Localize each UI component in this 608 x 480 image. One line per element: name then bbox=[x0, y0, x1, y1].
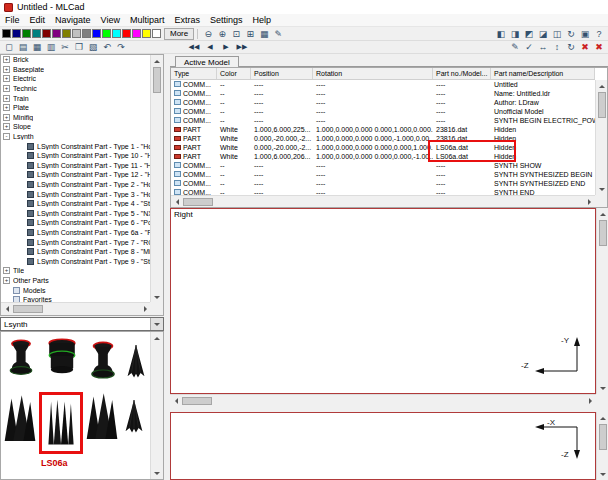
expert-table-icon[interactable]: ▦ bbox=[257, 28, 271, 40]
scroll-up-icon[interactable] bbox=[151, 332, 163, 344]
scroll-down-icon[interactable] bbox=[597, 468, 608, 480]
tree-expander-icon[interactable]: + bbox=[3, 75, 10, 82]
tree-item[interactable]: LSynth Constraint Part - Type 5 - "NXT C… bbox=[1, 209, 151, 219]
color-swatch[interactable] bbox=[142, 29, 151, 38]
tree-item[interactable]: LSynth Constraint Part - Type 11 - "HOSE… bbox=[1, 161, 151, 171]
menu-file[interactable]: File bbox=[0, 14, 25, 26]
tree-scrollbar-horizontal[interactable] bbox=[1, 302, 151, 315]
tree-item[interactable]: + Other Parts bbox=[1, 276, 151, 286]
scroll-down-icon[interactable] bbox=[151, 467, 163, 479]
tree-expander-icon[interactable]: + bbox=[3, 66, 10, 73]
part-thumbnail[interactable] bbox=[41, 336, 83, 384]
scroll-right-icon[interactable] bbox=[584, 395, 596, 407]
next-step-button[interactable]: ▶ bbox=[218, 41, 234, 53]
pane-layout-4-icon[interactable]: ◪ bbox=[536, 28, 550, 40]
color-swatch[interactable] bbox=[102, 29, 111, 38]
color-swatch[interactable] bbox=[32, 29, 41, 38]
viewport-right-canvas[interactable]: Right -Y -Z bbox=[170, 208, 596, 394]
menu-settings[interactable]: Settings bbox=[205, 14, 248, 26]
scroll-up-icon[interactable] bbox=[597, 412, 608, 424]
color-swatch[interactable] bbox=[152, 29, 161, 38]
edit-mode-icon[interactable]: ✎ bbox=[508, 41, 522, 53]
tree-expander-icon[interactable]: + bbox=[3, 95, 10, 102]
tree-item[interactable]: - Lsynth bbox=[1, 132, 151, 142]
tree-item[interactable]: LSynth Constraint Part - Type 6 - "Power… bbox=[1, 218, 151, 228]
grid-icon[interactable]: ⊞ bbox=[243, 28, 257, 40]
column-header-position[interactable]: Position bbox=[251, 68, 313, 79]
color-swatch[interactable] bbox=[52, 29, 61, 38]
open-file-icon[interactable]: ▤ bbox=[16, 41, 30, 53]
rotate-part-icon[interactable]: ↻ bbox=[564, 41, 578, 53]
column-header-color[interactable]: Color bbox=[217, 68, 251, 79]
scrollbar-thumb[interactable] bbox=[599, 220, 607, 246]
tree-item[interactable]: + Brick bbox=[1, 55, 151, 65]
scroll-up-icon[interactable] bbox=[151, 55, 163, 67]
table-row[interactable]: PART White 0.000,-20.000,-2... 1.000,0.0… bbox=[171, 143, 595, 152]
color-swatch[interactable] bbox=[2, 29, 11, 38]
menu-extras[interactable]: Extras bbox=[169, 14, 205, 26]
paste-icon[interactable]: ▧ bbox=[86, 41, 100, 53]
menu-help[interactable]: Help bbox=[247, 14, 276, 26]
menu-multipart[interactable]: Multipart bbox=[125, 14, 170, 26]
color-swatch[interactable] bbox=[92, 29, 101, 38]
scroll-up-icon[interactable] bbox=[597, 208, 608, 220]
color-swatch[interactable] bbox=[42, 29, 51, 38]
table-row[interactable]: PART White 0.000,-20.000,-2... 1.000,0.0… bbox=[171, 134, 595, 143]
tree-expander-icon[interactable]: + bbox=[3, 277, 10, 284]
view-options-icon[interactable]: ▣ bbox=[578, 28, 592, 40]
zoom-in-icon[interactable]: ⊕ bbox=[215, 28, 229, 40]
pane-layout-3-icon[interactable]: ◩ bbox=[522, 28, 536, 40]
tree-expander-icon[interactable]: - bbox=[3, 133, 10, 140]
table-row[interactable]: COMM... -- ---- ---- ---- SYNTH BEGIN EL… bbox=[171, 116, 595, 125]
color-swatch[interactable] bbox=[62, 29, 71, 38]
menu-edit[interactable]: Edit bbox=[25, 14, 51, 26]
last-step-button[interactable]: ▶▶ bbox=[234, 41, 250, 53]
scroll-up-icon[interactable] bbox=[596, 80, 608, 92]
split-view-icon[interactable]: ◫ bbox=[550, 28, 564, 40]
tree-expander-icon[interactable]: + bbox=[3, 123, 10, 130]
scrollbar-thumb[interactable] bbox=[13, 305, 43, 313]
viewport-scrollbar-vertical[interactable] bbox=[596, 412, 608, 480]
previous-step-button[interactable]: ◀ bbox=[202, 41, 218, 53]
refresh-view-icon[interactable]: ↻ bbox=[564, 28, 578, 40]
tree-expander-icon[interactable]: + bbox=[3, 85, 10, 92]
fit-view-icon[interactable]: ⊡ bbox=[229, 28, 243, 40]
tree-item[interactable]: + Electric bbox=[1, 74, 151, 84]
scrollbar-thumb[interactable] bbox=[182, 397, 212, 405]
scroll-right-icon[interactable] bbox=[583, 196, 595, 208]
part-thumbnail[interactable] bbox=[87, 338, 119, 386]
table-scrollbar-horizontal[interactable] bbox=[171, 195, 595, 207]
pane-layout-2-icon[interactable]: ◨ bbox=[508, 28, 522, 40]
tree-item[interactable]: + Technic bbox=[1, 84, 151, 94]
table-row[interactable]: PART White 1.000,6.000,206... 1.000,0.00… bbox=[171, 152, 595, 161]
color-swatch[interactable] bbox=[112, 29, 121, 38]
column-header-type[interactable]: Type bbox=[171, 68, 217, 79]
table-row[interactable]: COMM... -- ---- ---- ---- Author: LDraw bbox=[171, 98, 595, 107]
tree-item[interactable]: LSynth Constraint Part - Type 12 - "HOSE… bbox=[1, 170, 151, 180]
tree-item[interactable]: LSynth Constraint Part - Type 2 - "Hose" bbox=[1, 180, 151, 190]
tree-item[interactable]: Models bbox=[1, 285, 151, 295]
menu-view[interactable]: View bbox=[96, 14, 125, 26]
scrollbar-thumb[interactable] bbox=[153, 67, 161, 93]
table-row[interactable]: COMM... -- ---- ---- ---- Untitled bbox=[171, 80, 595, 89]
part-thumbnail[interactable] bbox=[3, 386, 37, 452]
table-row[interactable]: COMM... -- ---- ---- ---- SYNTH SYNTHESI… bbox=[171, 170, 595, 179]
table-row[interactable]: PART White 1.000,6.000,225... 1.000,0.00… bbox=[171, 125, 595, 134]
part-thumbnail-ls06a-highlight[interactable] bbox=[39, 392, 83, 454]
viewport-bottom-canvas[interactable]: -X -Z bbox=[170, 412, 596, 480]
tree-item[interactable]: LSynth Constraint Part - Type 1 - "Hose" bbox=[1, 141, 151, 151]
table-row[interactable]: COMM... -- ---- ---- ---- SYNTH SYNTHESI… bbox=[171, 179, 595, 188]
tree-item[interactable]: LSynth Constraint Part - Type 9 - "Strin… bbox=[1, 256, 151, 266]
tree-item[interactable]: LSynth Constraint Part - Type 4 - "Strin… bbox=[1, 199, 151, 209]
column-header-rotation[interactable]: Rotation bbox=[313, 68, 433, 79]
color-swatch[interactable] bbox=[12, 29, 21, 38]
tree-item[interactable]: + Baseplate bbox=[1, 65, 151, 75]
tree-expander-icon[interactable]: + bbox=[3, 56, 10, 63]
tree-item[interactable]: + Tile bbox=[1, 266, 151, 276]
select-mode-icon[interactable]: ✓ bbox=[522, 41, 536, 53]
save-file-icon[interactable]: ▦ bbox=[30, 41, 44, 53]
scrollbar-thumb[interactable] bbox=[598, 92, 606, 118]
part-thumbnail[interactable] bbox=[85, 390, 119, 444]
scroll-left-icon[interactable] bbox=[170, 395, 182, 407]
tree-item[interactable]: + Slope bbox=[1, 122, 151, 132]
